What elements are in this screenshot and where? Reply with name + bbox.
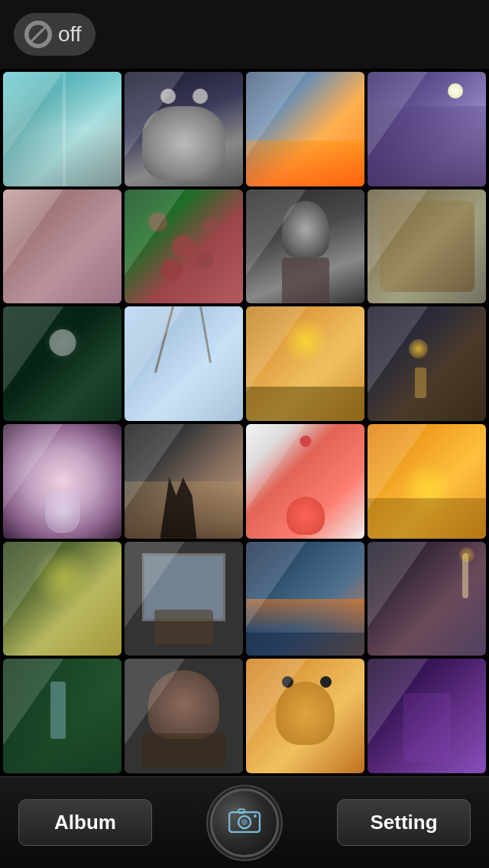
photo-cell[interactable] [125,542,243,656]
svg-line-1 [31,27,46,42]
photo-cell[interactable] [246,542,364,656]
photo-cell[interactable] [368,424,486,539]
camera-button[interactable] [210,789,279,857]
off-toggle-button[interactable]: off [14,13,96,56]
photo-cell[interactable] [125,72,243,186]
photo-cell[interactable] [368,306,486,421]
bottom-bar: Album Setting [0,776,489,868]
svg-point-6 [254,815,257,818]
photo-cell[interactable] [368,659,486,773]
photo-cell[interactable] [125,424,243,539]
photo-cell[interactable] [246,306,364,421]
off-label: off [58,22,82,47]
svg-rect-5 [238,809,244,813]
photo-cell[interactable] [3,72,121,186]
photo-cell[interactable] [3,424,121,539]
photo-cell[interactable] [246,72,364,186]
photo-cell[interactable] [3,189,121,304]
photo-cell[interactable] [3,659,121,773]
photo-cell[interactable] [3,306,121,421]
photo-cell[interactable] [246,189,364,304]
photo-cell[interactable] [246,659,364,773]
album-button[interactable]: Album [18,799,152,846]
camera-icon [228,805,261,840]
photo-cell[interactable] [125,659,243,773]
photo-cell[interactable] [125,306,243,421]
top-bar: off [0,0,489,69]
photo-cell[interactable] [368,72,486,186]
photo-cell[interactable] [3,542,121,656]
svg-point-4 [241,819,248,825]
setting-button[interactable]: Setting [337,799,471,846]
photo-grid [0,69,489,776]
photo-cell[interactable] [246,424,364,539]
photo-cell[interactable] [368,189,486,304]
photo-cell[interactable] [125,189,243,304]
no-entry-icon [24,21,52,48]
photo-cell[interactable] [368,542,486,656]
